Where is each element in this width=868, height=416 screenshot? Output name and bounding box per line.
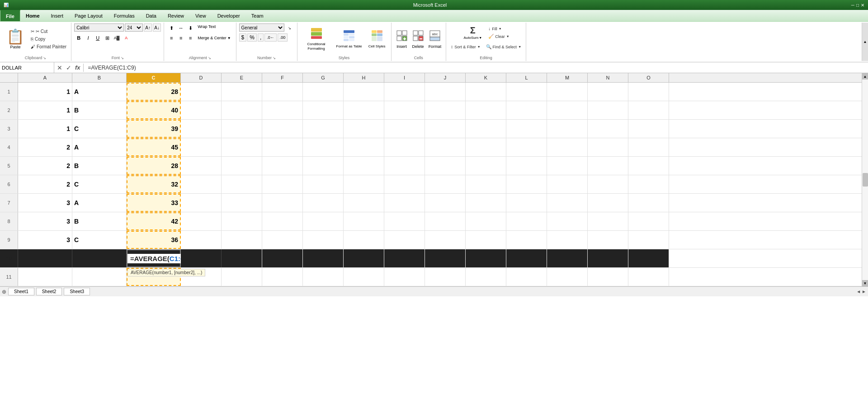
col-header-e[interactable]: E (222, 73, 262, 82)
cut-button[interactable]: ✂ ✂ Cut (29, 28, 68, 35)
clear-dropdown[interactable]: ▼ (506, 35, 509, 38)
cell-e3[interactable] (222, 120, 262, 138)
sort-filter-dropdown[interactable]: ▼ (477, 45, 481, 48)
number-format-expand[interactable]: ↘ (285, 23, 294, 33)
col-header-k[interactable]: K (466, 73, 506, 82)
fill-color-button[interactable]: A▓ (112, 33, 121, 42)
cell-e2[interactable] (222, 101, 262, 119)
cell-b6[interactable]: C (72, 175, 127, 193)
cell-m5[interactable] (547, 157, 588, 175)
cell-k8[interactable] (466, 212, 506, 230)
col-header-j[interactable]: J (425, 73, 466, 82)
percent-button[interactable]: % (247, 33, 257, 42)
cell-a5[interactable]: 2 (18, 157, 72, 175)
close-btn[interactable]: ✕ (861, 3, 864, 8)
cell-d3[interactable] (181, 120, 222, 138)
cell-a6[interactable]: 2 (18, 175, 72, 193)
clipboard-expander[interactable]: ↘ (43, 56, 46, 60)
cell-j11[interactable] (425, 268, 466, 286)
format-button[interactable]: abc Format (427, 29, 443, 50)
cell-e10[interactable] (222, 249, 262, 267)
cell-f11[interactable] (262, 268, 303, 286)
cell-e11[interactable] (222, 268, 262, 286)
cell-i11[interactable] (384, 268, 425, 286)
cell-n4[interactable] (588, 138, 628, 156)
cell-e8[interactable] (222, 212, 262, 230)
cell-k9[interactable] (466, 231, 506, 249)
cell-f2[interactable] (262, 101, 303, 119)
col-header-a[interactable]: A (18, 73, 72, 82)
col-header-f[interactable]: F (262, 73, 303, 82)
col-header-l[interactable]: L (506, 73, 547, 82)
col-header-c[interactable]: C (127, 73, 181, 82)
cell-a2[interactable]: 1 (18, 101, 72, 119)
delete-button[interactable]: Delete (410, 29, 426, 50)
font-color-button[interactable]: A (122, 33, 131, 42)
cell-f5[interactable] (262, 157, 303, 175)
cell-a11[interactable] (18, 268, 72, 286)
cell-l11[interactable] (506, 268, 547, 286)
cell-m1[interactable] (547, 83, 588, 101)
cell-h1[interactable] (344, 83, 384, 101)
cell-h3[interactable] (344, 120, 384, 138)
cell-d9[interactable] (181, 231, 222, 249)
cell-a3[interactable]: 1 (18, 120, 72, 138)
cell-i3[interactable] (384, 120, 425, 138)
number-format-select[interactable]: General (239, 23, 284, 32)
cell-o8[interactable] (628, 212, 669, 230)
cell-a9[interactable]: 3 (18, 231, 72, 249)
fill-dropdown[interactable]: ▼ (499, 27, 502, 30)
minimize-btn[interactable]: ─ (851, 3, 854, 8)
tab-view[interactable]: View (190, 10, 212, 21)
tab-file[interactable]: File (0, 10, 20, 21)
cell-a8[interactable]: 3 (18, 212, 72, 230)
cell-i8[interactable] (384, 212, 425, 230)
cell-k5[interactable] (466, 157, 506, 175)
increase-decimal-button[interactable]: .00 (278, 33, 288, 42)
cell-h5[interactable] (344, 157, 384, 175)
cell-j8[interactable] (425, 212, 466, 230)
cell-j2[interactable] (425, 101, 466, 119)
cell-e7[interactable] (222, 194, 262, 212)
cell-b4[interactable]: A (72, 138, 127, 156)
border-button[interactable]: ⊞ (103, 33, 112, 42)
font-size-select[interactable]: 24 (125, 23, 143, 32)
cell-m6[interactable] (547, 175, 588, 193)
cell-o1[interactable] (628, 83, 669, 101)
col-header-m[interactable]: M (547, 73, 588, 82)
cell-i7[interactable] (384, 194, 425, 212)
cell-o9[interactable] (628, 231, 669, 249)
cell-d2[interactable] (181, 101, 222, 119)
cell-g1[interactable] (303, 83, 344, 101)
find-select-dropdown[interactable]: ▼ (518, 45, 521, 48)
cell-a4[interactable]: 2 (18, 138, 72, 156)
cell-e6[interactable] (222, 175, 262, 193)
cell-j10[interactable] (425, 249, 466, 267)
cell-l7[interactable] (506, 194, 547, 212)
cell-m11[interactable] (547, 268, 588, 286)
cell-k10[interactable] (466, 249, 506, 267)
cell-e9[interactable] (222, 231, 262, 249)
cell-h11[interactable] (344, 268, 384, 286)
font-decrease-button[interactable]: A↓ (153, 23, 161, 32)
cell-l8[interactable] (506, 212, 547, 230)
align-right-button[interactable]: ≡ (186, 33, 195, 42)
cell-m3[interactable] (547, 120, 588, 138)
scroll-down-button[interactable]: ▼ (862, 280, 868, 286)
cell-m8[interactable] (547, 212, 588, 230)
tab-page-layout[interactable]: Page Layout (69, 10, 108, 21)
maximize-btn[interactable]: □ (856, 3, 859, 8)
cell-j5[interactable] (425, 157, 466, 175)
fill-button[interactable]: ↓ Fill ▼ (486, 25, 511, 32)
cell-f10[interactable] (262, 249, 303, 267)
cell-c1[interactable]: 28 (127, 83, 181, 101)
formula-input[interactable] (85, 62, 868, 73)
add-sheet-button[interactable]: ⊕ (2, 289, 6, 295)
cell-n11[interactable] (588, 268, 628, 286)
cell-d6[interactable] (181, 175, 222, 193)
cell-i5[interactable] (384, 157, 425, 175)
cell-d10[interactable] (181, 249, 222, 267)
cell-c8[interactable]: 42 (127, 212, 181, 230)
cell-l9[interactable] (506, 231, 547, 249)
tab-team[interactable]: Team (246, 10, 269, 21)
